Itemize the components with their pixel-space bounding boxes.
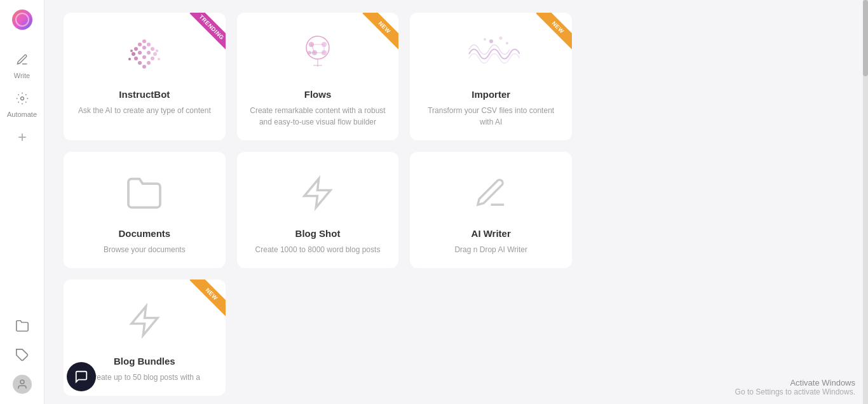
- svg-point-12: [151, 47, 154, 51]
- instructbot-desc: Ask the AI to create any type of content: [78, 105, 211, 116]
- flows-new-badge: NEW: [354, 13, 398, 57]
- svg-point-9: [147, 43, 151, 46]
- main-content: TRENDING: [44, 0, 868, 404]
- documents-title: Documents: [118, 228, 170, 239]
- card-instructbot[interactable]: TRENDING: [64, 13, 226, 140]
- svg-point-13: [132, 52, 135, 56]
- svg-point-18: [142, 55, 146, 59]
- importer-desc: Transform your CSV files into content wi…: [423, 105, 559, 128]
- write-icon: [16, 53, 29, 69]
- sidebar-item-write[interactable]: Write: [3, 50, 41, 83]
- activation-title: Activate Windows: [735, 378, 855, 387]
- ai-writer-title: AI Writer: [471, 228, 511, 239]
- svg-point-40: [489, 39, 493, 43]
- svg-point-42: [506, 42, 508, 44]
- sidebar-item-documents[interactable]: [10, 314, 34, 338]
- svg-marker-44: [304, 178, 330, 208]
- svg-point-21: [147, 61, 151, 65]
- user-avatar: [13, 375, 32, 394]
- svg-point-27: [306, 36, 329, 59]
- svg-point-8: [138, 43, 142, 46]
- svg-point-23: [130, 50, 133, 52]
- sidebar-item-profile[interactable]: [10, 372, 34, 396]
- svg-point-43: [484, 38, 486, 41]
- svg-point-26: [158, 58, 160, 60]
- blog-bundles-desc: Create up to 50 blog posts with a: [89, 372, 200, 383]
- scrollbar-thumb[interactable]: [863, 0, 868, 76]
- add-button[interactable]: [12, 127, 32, 147]
- blog-bundles-image: [112, 292, 176, 349]
- svg-point-14: [138, 51, 142, 55]
- importer-new-badge: NEW: [527, 13, 572, 57]
- app-logo[interactable]: [10, 8, 34, 32]
- scrollbar[interactable]: [863, 0, 868, 404]
- svg-point-2: [20, 97, 24, 100]
- card-importer[interactable]: NEW Importer: [410, 13, 572, 140]
- windows-activation: Activate Windows Go to Settings to activ…: [735, 378, 855, 396]
- importer-title: Importer: [471, 89, 510, 100]
- sidebar-automate-label: Automate: [7, 111, 37, 118]
- trending-badge: TRENDING: [181, 13, 226, 57]
- cards-grid: TRENDING: [64, 13, 572, 396]
- svg-point-6: [20, 380, 24, 384]
- svg-point-16: [153, 52, 157, 56]
- svg-point-11: [142, 46, 146, 50]
- svg-point-10: [134, 47, 138, 51]
- blog-bundles-title: Blog Bundles: [114, 356, 175, 367]
- blog-shot-desc: Create 1000 to 8000 word blog posts: [255, 244, 381, 255]
- card-documents[interactable]: Documents Browse your documents: [64, 152, 226, 268]
- card-ai-writer[interactable]: AI Writer Drag n Drop AI Writer: [410, 152, 572, 268]
- svg-point-15: [147, 51, 151, 55]
- importer-image: [459, 25, 523, 83]
- blog-bundles-new-badge: NEW: [181, 279, 226, 324]
- svg-point-19: [151, 57, 154, 60]
- ai-writer-image: [459, 165, 523, 222]
- svg-point-24: [156, 50, 158, 52]
- instructbot-image: [112, 25, 176, 83]
- svg-point-25: [128, 58, 131, 60]
- card-flows[interactable]: NEW: [237, 13, 399, 140]
- documents-desc: Browse your documents: [104, 244, 186, 255]
- card-blog-shot[interactable]: Blog Shot Create 1000 to 8000 word blog …: [237, 152, 399, 268]
- sidebar: Write Automate: [0, 0, 44, 404]
- sidebar-item-automate[interactable]: Automate: [3, 88, 41, 122]
- svg-point-20: [138, 61, 142, 65]
- flows-desc: Create remarkable content with a robust …: [250, 105, 386, 128]
- flows-image: [286, 25, 349, 83]
- sidebar-item-tags[interactable]: [10, 343, 34, 367]
- documents-image: [112, 165, 176, 222]
- sidebar-write-label: Write: [14, 72, 30, 79]
- svg-point-17: [134, 57, 138, 60]
- automate-icon: [16, 92, 29, 108]
- ai-writer-desc: Drag n Drop AI Writer: [454, 244, 527, 255]
- svg-point-0: [12, 10, 32, 30]
- svg-point-7: [142, 39, 146, 43]
- chat-bubble-button[interactable]: [67, 362, 96, 391]
- svg-marker-45: [132, 306, 158, 335]
- activation-desc: Go to Settings to activate Windows.: [735, 387, 855, 396]
- flows-title: Flows: [304, 89, 332, 100]
- svg-point-22: [142, 65, 146, 69]
- svg-point-41: [499, 37, 502, 40]
- instructbot-title: InstructBot: [119, 89, 170, 100]
- blog-shot-title: Blog Shot: [295, 228, 341, 239]
- blog-shot-image: [286, 165, 349, 222]
